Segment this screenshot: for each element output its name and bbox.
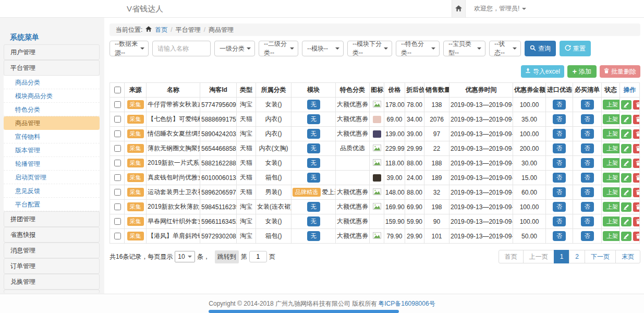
pager-prev[interactable]: 上一页	[523, 250, 554, 263]
sidebar-item[interactable]: 消息管理	[4, 243, 100, 258]
status-button[interactable]: 上架	[603, 143, 620, 153]
delete-button[interactable]	[633, 232, 640, 241]
reset-button[interactable]: 重置	[560, 41, 591, 56]
sidebar-item[interactable]: 轮播管理	[4, 157, 100, 171]
delete-button[interactable]	[633, 115, 640, 124]
status-button[interactable]: 上架	[603, 114, 620, 124]
page-size-select[interactable]: 10	[175, 251, 195, 262]
home-button[interactable]	[452, 0, 466, 17]
pager-next[interactable]: 下一页	[585, 250, 616, 263]
row-checkbox[interactable]	[114, 233, 121, 239]
must-buy-toggle[interactable]: 否	[581, 231, 594, 241]
must-buy-toggle[interactable]: 否	[581, 143, 594, 153]
status-button[interactable]: 上架	[603, 158, 620, 168]
batch-delete-button[interactable]: 批量删除	[600, 65, 640, 78]
status-button[interactable]: 上架	[603, 231, 620, 241]
search-button[interactable]: 查询	[525, 41, 556, 56]
row-checkbox[interactable]	[114, 116, 121, 123]
row-checkbox[interactable]	[114, 145, 121, 152]
user-menu[interactable]: 欢迎您，管理员!	[474, 4, 526, 13]
name-search-input[interactable]	[152, 41, 211, 56]
jump-button[interactable]: 跳转到	[215, 250, 239, 263]
import-select-toggle[interactable]: 否	[553, 114, 566, 124]
row-checkbox[interactable]	[114, 101, 121, 108]
must-buy-toggle[interactable]: 否	[581, 114, 594, 124]
filter-select-primary-category[interactable]: 一级分类	[214, 41, 255, 56]
delete-button[interactable]	[633, 188, 640, 197]
sidebar-item[interactable]: 平台配置	[4, 198, 100, 211]
delete-button[interactable]	[633, 100, 640, 110]
status-button[interactable]: 上架	[603, 129, 620, 139]
sidebar-item[interactable]: 省惠快报	[4, 227, 100, 243]
row-checkbox[interactable]	[114, 160, 121, 166]
sidebar-item[interactable]: 模块商品分类	[4, 89, 100, 103]
import-select-toggle[interactable]: 否	[553, 100, 566, 110]
sidebar-item[interactable]: 特色分类	[4, 103, 100, 116]
delete-button[interactable]	[633, 144, 640, 153]
filter-select-module-subcategory[interactable]: --模块下分类--	[347, 41, 392, 56]
status-button[interactable]: 上架	[603, 216, 620, 226]
pager-last[interactable]: 末页	[615, 250, 640, 263]
row-checkbox[interactable]	[114, 130, 121, 137]
edit-button[interactable]	[621, 100, 631, 110]
jump-page-input[interactable]	[249, 251, 267, 262]
status-button[interactable]: 上架	[603, 100, 620, 110]
delete-button[interactable]	[633, 202, 640, 212]
sidebar-item[interactable]: 平台管理	[4, 60, 100, 76]
row-checkbox[interactable]	[114, 218, 121, 225]
row-checkbox[interactable]	[114, 203, 121, 210]
edit-button[interactable]	[621, 188, 631, 197]
import-select-toggle[interactable]: 否	[553, 173, 566, 183]
edit-button[interactable]	[621, 115, 631, 124]
status-button[interactable]: 上架	[603, 187, 620, 197]
edit-button[interactable]	[621, 159, 631, 168]
filter-select-data-source[interactable]: --数据来源--	[110, 41, 149, 56]
sidebar-item[interactable]: 拼团管理	[4, 211, 100, 227]
pager-first[interactable]: 首页	[499, 250, 524, 263]
edit-button[interactable]	[621, 129, 631, 139]
sidebar-item[interactable]: 版本管理	[4, 143, 100, 157]
filter-select-feature-category[interactable]: --特色分类--	[396, 41, 440, 56]
sidebar-item[interactable]: 宣传物料	[4, 130, 100, 143]
import-select-toggle[interactable]: 否	[553, 216, 566, 226]
import-select-toggle[interactable]: 否	[553, 231, 566, 241]
pager-page[interactable]: 2	[569, 250, 585, 263]
sidebar-item[interactable]: 启动页管理	[4, 171, 100, 184]
sidebar-item[interactable]: 订单管理	[4, 258, 100, 274]
must-buy-toggle[interactable]: 否	[581, 187, 594, 197]
import-select-toggle[interactable]: 否	[553, 129, 566, 139]
delete-button[interactable]	[633, 159, 640, 168]
import-select-toggle[interactable]: 否	[553, 202, 566, 212]
filter-select-secondary-category[interactable]: --二级分类--	[259, 41, 298, 56]
row-checkbox[interactable]	[114, 174, 121, 181]
edit-button[interactable]	[621, 217, 631, 226]
breadcrumb-home-link[interactable]: 首页	[155, 26, 167, 34]
add-button[interactable]: + 添加	[567, 65, 597, 78]
sidebar-item[interactable]: 用户管理	[4, 44, 100, 60]
row-checkbox[interactable]	[114, 189, 121, 196]
import-select-toggle[interactable]: 否	[553, 158, 566, 168]
pager-page[interactable]: 1	[554, 250, 570, 263]
sidebar-item[interactable]: 统计管理	[4, 290, 100, 293]
must-buy-toggle[interactable]: 否	[581, 100, 594, 110]
horizontal-scrollbar-thumb[interactable]	[209, 310, 399, 313]
sidebar-item[interactable]: 商品管理	[4, 116, 100, 130]
filter-select-module[interactable]: --模块--	[302, 41, 344, 56]
status-button[interactable]: 上架	[603, 173, 620, 183]
must-buy-toggle[interactable]: 否	[581, 173, 594, 183]
sidebar-item[interactable]: 商品分类	[4, 76, 100, 89]
icp-link[interactable]: 粤ICP备16098006号	[378, 299, 435, 308]
status-button[interactable]: 上架	[603, 202, 620, 212]
import-excel-button[interactable]: 导入excel	[521, 65, 564, 78]
import-select-toggle[interactable]: 否	[553, 187, 566, 197]
sidebar-item[interactable]: 兑换管理	[4, 274, 100, 290]
edit-button[interactable]	[621, 144, 631, 153]
import-select-toggle[interactable]: 否	[553, 143, 566, 153]
delete-button[interactable]	[633, 217, 640, 226]
delete-button[interactable]	[633, 173, 640, 183]
delete-button[interactable]	[633, 129, 640, 139]
must-buy-toggle[interactable]: 否	[581, 216, 594, 226]
filter-select-status[interactable]: --状态--	[489, 41, 521, 56]
edit-button[interactable]	[621, 202, 631, 212]
sidebar-item[interactable]: 意见反馈	[4, 184, 100, 198]
